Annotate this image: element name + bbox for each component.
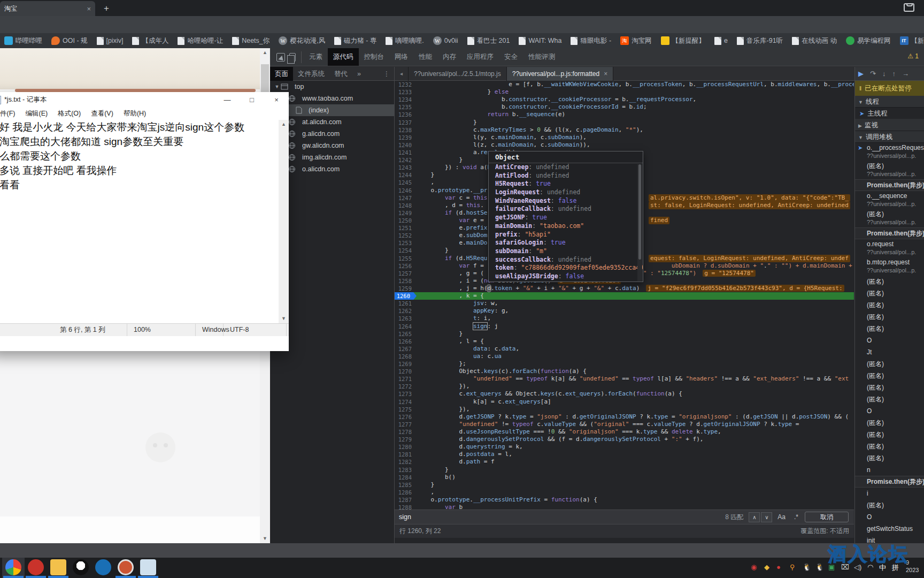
editor-search-bar[interactable]: sign 8 匹配 ∧ ∨ Aa .* 取消 [395, 509, 854, 524]
code-line[interactable]: 1270 Object.keys(c).forEach(function(a) … [395, 368, 854, 375]
code-text[interactable]: appKey: g, [417, 307, 509, 315]
line-number[interactable]: 1274 [395, 398, 417, 406]
code-text[interactable]: }; [417, 360, 466, 368]
code-text[interactable]: e.mainDo [417, 239, 487, 247]
code-text[interactable]: k[a] = c.ext_querys[a] [417, 398, 551, 406]
code-line[interactable]: 1265 } [395, 330, 854, 338]
line-number[interactable]: 1264 [395, 323, 417, 330]
tray-icon[interactable]: 🐧 [803, 563, 811, 571]
bookmark-item[interactable]: W樱花动漫,风 [279, 36, 325, 45]
line-number[interactable]: 1246 [395, 187, 417, 194]
notepad-titlebar[interactable]: *js.txt - 记事本 — □ × [0, 92, 289, 108]
stack-frame[interactable]: (匿名) [855, 452, 924, 464]
sidebar-tab-页面[interactable]: 页面 [270, 67, 293, 81]
stack-frame[interactable]: o.__sequence??universal/pol...p. [855, 191, 924, 209]
code-text[interactable]: d.dangerouslySetProtocol && (f = d.dange… [417, 436, 703, 443]
sidebar-tabs-more[interactable]: » [352, 67, 366, 81]
line-number[interactable]: 1260 [395, 292, 417, 300]
devtools-tab-性能[interactable]: 性能 [413, 48, 437, 66]
code-text[interactable]: } else [417, 88, 509, 96]
code-line[interactable]: 1272 }), [395, 383, 854, 390]
code-line[interactable]: 1262 appKey: g, [395, 307, 854, 315]
code-text[interactable]: }), [417, 383, 469, 390]
code-line[interactable]: 1232 e = [f, b.__waitWKWebViewCookie, b.… [395, 81, 854, 88]
line-number[interactable]: 1275 [395, 406, 417, 413]
code-line[interactable]: 1240 l(z, c.mainDomain, c.subDomain)), [395, 141, 854, 149]
code-line[interactable]: 1280 d.querystring = k, [395, 443, 854, 451]
code-text[interactable]: o.prototype.__processUnitPrefix = functi… [417, 496, 597, 504]
code-line[interactable]: 1233 } else [395, 88, 854, 96]
devtools-tab-网络[interactable]: 网络 [389, 48, 413, 66]
tray-icon[interactable]: ◆ [764, 563, 769, 571]
notepad-text-area[interactable]: 家好 我是小火龙 今天给大家带来淘宝js逆向sign这个参数过淘宝爬虫的大佬都知… [0, 120, 279, 323]
line-number[interactable]: 1271 [395, 375, 417, 383]
code-text[interactable]: return b.__sequence(e) [417, 111, 565, 118]
step-into-icon[interactable]: ↓ [882, 70, 886, 78]
line-number[interactable]: 1251 [395, 224, 417, 232]
line-number[interactable]: 1235 [395, 103, 417, 111]
tab-close-icon[interactable]: × [87, 5, 91, 13]
line-number[interactable]: 1279 [395, 436, 417, 443]
minimize-button[interactable]: — [215, 92, 240, 108]
bookmark-item[interactable]: WAIT: Wha [519, 37, 561, 45]
code-text[interactable]: , [417, 179, 434, 186]
stack-frame[interactable]: i [855, 488, 924, 499]
taskbar-icon-folder[interactable] [50, 559, 66, 575]
line-number[interactable]: 1283 [395, 466, 417, 474]
line-number[interactable]: 1242 [395, 156, 417, 164]
cancel-button[interactable]: 取消 [805, 512, 849, 522]
tab-close-icon[interactable]: × [604, 67, 607, 81]
line-number[interactable]: 1266 [395, 338, 417, 345]
bookmark-item[interactable]: Neets_你 [232, 36, 270, 45]
code-line[interactable]: 1276 d.getJSONP ? k.type = "jsonp" : d.g… [395, 413, 854, 421]
code-line[interactable]: 1288 var b [395, 504, 854, 509]
bookmark-item[interactable]: [pixiv] [97, 37, 124, 45]
bookmark-item[interactable]: 音乐库-91听 [737, 36, 783, 45]
warning-badge[interactable]: ⚠ 1 [907, 52, 919, 60]
devtools-tab-安全[interactable]: 安全 [499, 48, 523, 66]
devtools-tab-应用程序[interactable]: 应用程序 [461, 48, 499, 66]
code-line[interactable]: 1235 b.constructor.__cookieProcessorId =… [395, 103, 854, 111]
next-match-button[interactable]: ∨ [761, 512, 772, 522]
shirt-icon[interactable] [904, 3, 914, 12]
stack-frame[interactable]: n [855, 464, 924, 476]
menu-item[interactable]: 编辑(E) [25, 109, 48, 118]
code-line[interactable]: 1236 return b.__sequence(e) [395, 111, 854, 118]
line-number[interactable]: 1261 [395, 300, 417, 307]
stack-frame[interactable]: (匿名) [855, 370, 924, 382]
code-text[interactable]: , [417, 489, 434, 496]
code-text[interactable]: if (d.hostSe [417, 209, 487, 217]
code-line[interactable]: 1283 } [395, 466, 854, 474]
browser-tab[interactable]: 淘宝 × [0, 1, 95, 16]
menu-item[interactable]: 格式(O) [58, 109, 81, 118]
line-number[interactable]: 1243 [395, 164, 417, 171]
notepad-scrollbar[interactable]: ▲ ▼ [279, 120, 289, 323]
line-number[interactable]: 1284 [395, 474, 417, 481]
tray-icon[interactable]: ⚲ [790, 563, 795, 571]
line-number[interactable]: 1233 [395, 88, 417, 96]
code-line[interactable]: 1278 d.useJsonpResultType === !0 && "ori… [395, 428, 854, 436]
code-text[interactable]: "undefined" == typeof k[a] && "undefined… [417, 375, 849, 383]
stack-frame[interactable]: (匿名) [855, 382, 924, 393]
code-text[interactable]: , l = { [417, 338, 484, 345]
code-text[interactable]: }) : void a(b) [417, 164, 495, 171]
line-number[interactable]: 1259 [395, 285, 417, 292]
stack-frame[interactable]: ➤o.__processRequestUrl??universal/pol...… [855, 143, 924, 161]
line-number[interactable]: 1282 [395, 458, 417, 466]
code-text[interactable]: e.subDom [417, 232, 487, 239]
code-text[interactable]: b.constructor.__cookieProcessorId = b.id… [417, 103, 647, 111]
code-text[interactable]: } [417, 481, 434, 489]
line-number[interactable]: 1258 [395, 277, 417, 285]
devtools-tab-元素[interactable]: 元素 [304, 48, 328, 66]
line-number[interactable]: 1253 [395, 239, 417, 247]
stack-frame[interactable]: O [855, 511, 924, 523]
editor-tab[interactable]: ??universal/pol...p.js:formatted× [507, 67, 613, 81]
code-text[interactable]: data: c.data, [417, 345, 519, 353]
bookmark-item[interactable]: 【成年人 [132, 36, 168, 45]
bookmark-item[interactable]: OOI - 规 [51, 36, 88, 45]
line-number[interactable]: 1241 [395, 149, 417, 156]
code-line[interactable]: 1238 c.maxRetryTimes > 0 && (l(x, c.page… [395, 126, 854, 134]
code-text[interactable]: if (d.H5Requ [417, 255, 487, 262]
step-out-icon[interactable]: ↑ [892, 70, 896, 78]
bookmark-item[interactable]: 磁力猪 - 専 [334, 36, 376, 45]
